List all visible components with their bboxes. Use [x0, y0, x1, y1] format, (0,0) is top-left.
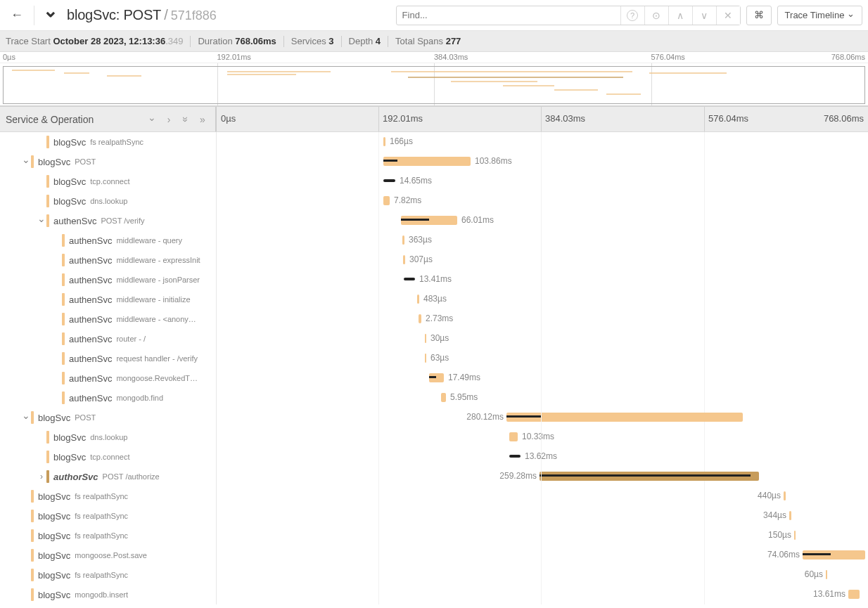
span-row[interactable]: authenSvcmiddleware - <anony…2.73ms	[0, 309, 868, 329]
span-row-label[interactable]: ›authorSvcPOST /authorize	[0, 467, 217, 486]
find-next-button[interactable]: ∨	[692, 6, 716, 25]
span-bar-area[interactable]: 74.06ms	[217, 545, 868, 565]
span-bar[interactable]	[506, 413, 743, 422]
collapse-one-button[interactable]: ⌄	[145, 114, 159, 125]
span-row[interactable]: ›authorSvcPOST /authorize259.28ms	[0, 467, 868, 486]
span-bar-area[interactable]: 5.95ms	[217, 388, 868, 408]
span-row-label[interactable]: ⌄blogSvcPOST	[0, 408, 217, 427]
span-row-label[interactable]: blogSvcfs realpathSync	[0, 526, 217, 545]
span-row[interactable]: blogSvctcp.connect13.62ms	[0, 447, 868, 467]
span-row-label[interactable]: blogSvcmongoose.Post.save	[0, 545, 217, 565]
span-row[interactable]: blogSvcmongoose.Post.save74.06ms	[0, 545, 868, 565]
span-bar-area[interactable]: 10.33ms	[217, 427, 868, 447]
span-row[interactable]: authenSvcmiddleware - query363µs	[0, 231, 868, 250]
span-bar-area[interactable]: 150µs	[217, 526, 868, 545]
find-input[interactable]	[397, 10, 620, 20]
span-bar-area[interactable]: 17.49ms	[217, 368, 868, 388]
span-row[interactable]: authenSvcmiddleware - expressInit307µs	[0, 250, 868, 270]
span-bar-area[interactable]: 483µs	[217, 290, 868, 309]
span-bar[interactable]	[419, 314, 421, 323]
keyboard-shortcuts-button[interactable]: ⌘	[746, 6, 772, 25]
span-bar[interactable]	[425, 354, 426, 363]
span-bar-area[interactable]: 166µs	[217, 132, 868, 152]
span-row-label[interactable]: blogSvcfs realpathSync	[0, 486, 217, 506]
find-help-button[interactable]: ?	[620, 6, 644, 25]
span-row[interactable]: ⌄blogSvcPOST280.12ms	[0, 408, 868, 427]
find-prev-button[interactable]: ∧	[668, 6, 692, 25]
span-row-label[interactable]: authenSvcmiddleware - <anony…	[0, 309, 217, 329]
span-row[interactable]: blogSvcdns.lookup10.33ms	[0, 427, 868, 447]
collapse-toggle[interactable]: ⌄	[21, 156, 31, 167]
span-row-label[interactable]: authenSvcrequest handler - /verify	[0, 349, 217, 368]
find-clear-button[interactable]: ✕	[716, 6, 740, 25]
span-bar-area[interactable]: 13.62ms	[217, 447, 868, 467]
span-bar[interactable]	[425, 334, 426, 343]
span-row[interactable]: authenSvcrequest handler - /verify63µs	[0, 349, 868, 368]
collapse-all-button[interactable]: »	[179, 114, 193, 125]
span-bar[interactable]	[509, 455, 521, 458]
span-row[interactable]: authenSvcmongoose.RevokedT…17.49ms	[0, 368, 868, 388]
back-button[interactable]: ←	[6, 4, 28, 27]
span-row[interactable]: blogSvcfs realpathSync150µs	[0, 526, 868, 545]
collapse-toggle[interactable]: ⌄	[21, 412, 31, 423]
span-bar-area[interactable]: 103.86ms	[217, 152, 868, 172]
span-bar-area[interactable]: 66.01ms	[217, 211, 868, 231]
span-row-label[interactable]: authenSvcmongodb.find	[0, 388, 217, 408]
span-row[interactable]: ⌄authenSvcPOST /verify66.01ms	[0, 211, 868, 231]
span-row-label[interactable]: authenSvcmiddleware - initialize	[0, 290, 217, 309]
span-row[interactable]: ⌄blogSvcPOST103.86ms	[0, 152, 868, 172]
span-bar[interactable]	[404, 278, 415, 280]
span-row-label[interactable]: authenSvcmiddleware - query	[0, 231, 217, 250]
collapse-toggle[interactable]: ⌄	[40, 3, 61, 27]
span-bar[interactable]	[803, 550, 865, 560]
span-bar[interactable]	[402, 235, 404, 245]
find-locate-button[interactable]: ⊙	[644, 6, 668, 25]
span-row-label[interactable]: authenSvcmiddleware - jsonParser	[0, 270, 217, 290]
span-row-label[interactable]: blogSvcdns.lookup	[0, 427, 217, 447]
span-bar[interactable]	[789, 511, 791, 520]
span-bar-area[interactable]: 7.82ms	[217, 191, 868, 211]
trace-minimap[interactable]: 0µs 192.01ms 384.03ms 576.04ms 768.06ms	[0, 52, 868, 107]
span-row[interactable]: blogSvctcp.connect14.65ms	[0, 172, 868, 191]
span-row-label[interactable]: blogSvcfs realpathSync	[0, 565, 217, 585]
span-bar-area[interactable]: 13.41ms	[217, 270, 868, 290]
span-bar[interactable]	[383, 179, 395, 182]
span-bar-area[interactable]: 60µs	[217, 565, 868, 585]
span-row[interactable]: blogSvcdns.lookup7.82ms	[0, 191, 868, 211]
span-row[interactable]: blogSvcfs realpathSync166µs	[0, 132, 868, 152]
span-row-label[interactable]: authenSvcmiddleware - expressInit	[0, 250, 217, 270]
collapse-toggle[interactable]: ⌄	[37, 215, 46, 226]
span-bar-area[interactable]: 280.12ms	[217, 408, 868, 427]
expand-one-button[interactable]: ›	[162, 114, 176, 125]
span-row-label[interactable]: ⌄blogSvcPOST	[0, 152, 217, 172]
span-bar[interactable]	[383, 196, 390, 205]
span-row-label[interactable]: authenSvcrouter - /	[0, 329, 217, 349]
span-bar[interactable]	[848, 590, 860, 599]
span-row-label[interactable]: blogSvctcp.connect	[0, 447, 217, 467]
span-bar[interactable]	[540, 472, 759, 481]
span-bar-area[interactable]: 363µs	[217, 231, 868, 250]
trace-timeline-dropdown[interactable]: Trace Timeline ⌄	[777, 6, 862, 25]
expand-toggle[interactable]: ›	[37, 472, 46, 481]
span-bar[interactable]	[441, 393, 446, 402]
span-bar-area[interactable]: 13.61ms	[217, 585, 868, 604]
span-bar[interactable]	[826, 570, 827, 579]
span-bar-area[interactable]: 307µs	[217, 250, 868, 270]
span-row-label[interactable]: ⌄authenSvcPOST /verify	[0, 211, 217, 231]
span-bar-area[interactable]: 30µs	[217, 329, 868, 349]
span-row-label[interactable]: authenSvcmongoose.RevokedT…	[0, 368, 217, 388]
span-bar-area[interactable]: 63µs	[217, 349, 868, 368]
span-row[interactable]: authenSvcmiddleware - initialize483µs	[0, 290, 868, 309]
span-row[interactable]: blogSvcfs realpathSync60µs	[0, 565, 868, 585]
span-row[interactable]: authenSvcmiddleware - jsonParser13.41ms	[0, 270, 868, 290]
span-row[interactable]: blogSvcmongodb.insert13.61ms	[0, 585, 868, 604]
span-bar-area[interactable]: 14.65ms	[217, 172, 868, 191]
span-bar[interactable]	[403, 255, 405, 264]
span-row[interactable]: authenSvcrouter - /30µs	[0, 329, 868, 349]
span-bar[interactable]	[383, 137, 385, 146]
minimap-viewport[interactable]	[3, 66, 865, 104]
span-row[interactable]: authenSvcmongodb.find5.95ms	[0, 388, 868, 408]
span-bar[interactable]	[429, 373, 444, 382]
span-bar-area[interactable]: 2.73ms	[217, 309, 868, 329]
span-row[interactable]: blogSvcfs realpathSync344µs	[0, 506, 868, 526]
